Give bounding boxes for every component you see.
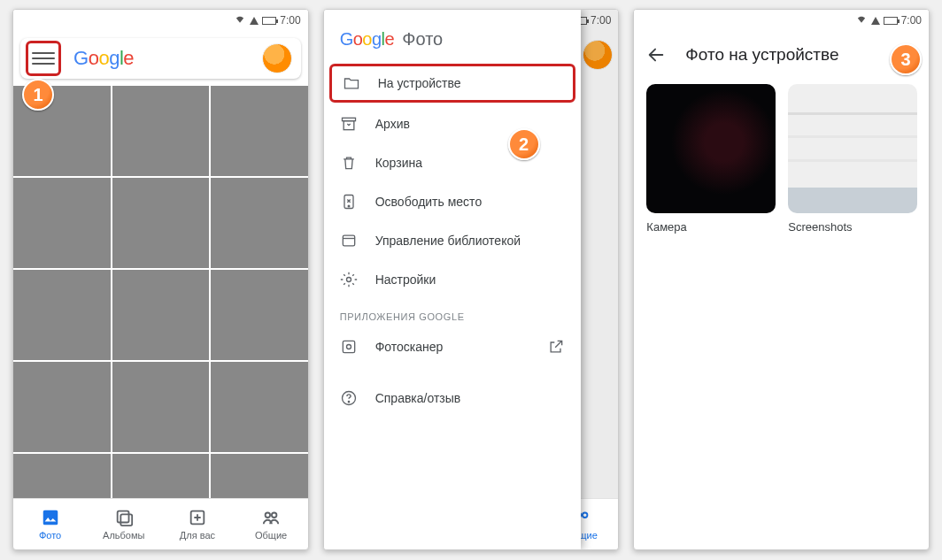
tab-label: Альбомы <box>103 530 144 541</box>
tab-label: Общие <box>255 530 287 541</box>
svg-rect-0 <box>42 510 58 525</box>
drawer-item-photoscan[interactable]: Фотосканер <box>324 327 581 366</box>
svg-point-13 <box>346 278 351 282</box>
photo-thumb[interactable] <box>112 270 210 360</box>
photo-thumb[interactable] <box>112 362 210 452</box>
status-bar: 7:00 <box>634 10 929 31</box>
item-label: Настройки <box>375 272 436 287</box>
folder-thumb <box>788 84 917 213</box>
signal-icon <box>250 17 259 25</box>
tab-label: Фото <box>39 530 61 541</box>
scanner-icon <box>340 338 358 356</box>
folder-icon <box>343 74 360 92</box>
drawer-item-library[interactable]: Управление библиотекой <box>324 221 581 260</box>
svg-rect-12 <box>343 235 354 246</box>
battery-icon <box>884 17 898 25</box>
wifi-icon <box>234 14 246 27</box>
item-label: Архив <box>375 117 410 131</box>
item-label: Управление библиотекой <box>375 234 521 248</box>
photo-thumb[interactable] <box>112 454 210 498</box>
svg-rect-2 <box>120 514 132 525</box>
item-label: Освободить место <box>375 195 483 209</box>
svg-rect-14 <box>343 341 354 352</box>
drawer-item-settings[interactable]: Настройки <box>324 260 581 299</box>
google-logo: Google <box>340 29 399 49</box>
gear-icon <box>340 271 358 288</box>
menu-button[interactable] <box>32 47 55 70</box>
account-avatar[interactable] <box>262 43 292 73</box>
callout-badge-2: 2 <box>508 128 540 160</box>
page-title: Фото на устройстве <box>685 45 838 65</box>
search-bar[interactable]: Google Google <box>20 38 301 79</box>
folder-screenshots[interactable]: Screenshots <box>788 84 917 234</box>
photo-thumb[interactable] <box>13 178 111 268</box>
tab-sharing[interactable]: Общие <box>235 499 308 549</box>
status-time: 7:00 <box>901 14 922 27</box>
folder-thumb <box>646 84 776 213</box>
drawer-item-trash[interactable]: Корзина <box>324 143 581 182</box>
tab-photos[interactable]: Фото <box>13 499 87 549</box>
foryou-icon <box>188 508 207 527</box>
trash-icon <box>340 154 358 172</box>
callout-badge-3: 3 <box>890 43 922 75</box>
photo-thumb[interactable] <box>211 454 308 498</box>
hamburger-highlight <box>26 41 61 76</box>
photo-thumb[interactable] <box>112 178 210 268</box>
item-label: Фотосканер <box>375 340 444 354</box>
status-bar: 7:00 <box>13 10 308 31</box>
drawer-section-label: ПРИЛОЖЕНИЯ GOOGLE <box>324 299 581 327</box>
drawer-header: Google Фото <box>324 15 581 62</box>
panel-1-photos: 7:00 Google Google Фото <box>12 9 309 550</box>
drawer-item-help[interactable]: Справка/отзыв <box>324 379 581 418</box>
photo-thumb[interactable] <box>13 270 111 360</box>
photo-thumb[interactable] <box>211 270 308 360</box>
panel-3-device-folders: 7:00 Фото на устройстве Камера Screensho… <box>633 9 930 550</box>
tab-label: Для вас <box>180 530 215 541</box>
folder-label: Screenshots <box>788 220 917 234</box>
drawer-item-archive[interactable]: Архив <box>324 104 581 143</box>
photo-thumb[interactable] <box>112 86 210 176</box>
photo-thumb[interactable] <box>211 362 308 452</box>
folder-camera[interactable]: Камера <box>646 84 776 234</box>
callout-badge-1: 1 <box>22 79 54 111</box>
item-label: Справка/отзыв <box>375 391 461 405</box>
photo-thumb[interactable] <box>211 86 308 176</box>
photo-thumb[interactable] <box>13 362 111 452</box>
nav-drawer: Google Фото На устройстве Архив Корзина … <box>324 10 581 549</box>
wifi-icon <box>855 14 868 27</box>
drawer-item-on-device[interactable]: На устройстве <box>329 64 575 103</box>
free-space-icon <box>340 193 358 211</box>
library-icon <box>340 232 358 249</box>
svg-point-17 <box>348 402 349 403</box>
photo-thumb[interactable] <box>211 178 308 268</box>
status-time: 7:00 <box>280 14 300 27</box>
bottom-nav: Фото Альбомы Для вас Общие <box>13 498 308 549</box>
photo-icon <box>41 508 60 527</box>
device-photos-header: Фото на устройстве <box>634 31 929 79</box>
svg-point-7 <box>583 513 588 518</box>
svg-point-4 <box>266 513 271 518</box>
sharing-icon <box>261 508 281 527</box>
tab-albums[interactable]: Альбомы <box>87 499 160 549</box>
photo-thumb[interactable] <box>13 454 111 498</box>
device-folder-list: Камера Screenshots <box>634 79 929 239</box>
svg-point-15 <box>346 345 351 349</box>
svg-point-11 <box>348 205 350 207</box>
drawer-item-free-space[interactable]: Освободить место <box>324 182 581 221</box>
item-label: Корзина <box>375 156 422 170</box>
folder-label: Камера <box>646 220 776 234</box>
tab-foryou[interactable]: Для вас <box>160 499 234 549</box>
item-label: На устройстве <box>378 76 461 90</box>
archive-icon <box>340 115 358 133</box>
back-button[interactable] <box>646 45 666 65</box>
photo-grid[interactable] <box>13 86 308 498</box>
brand-suffix: Фото <box>402 29 443 49</box>
panel-2-drawer: 7:00 Общие Google Фото На устройстве <box>323 9 620 550</box>
google-logo: Google <box>73 47 134 70</box>
help-icon <box>340 389 358 407</box>
svg-point-5 <box>272 513 277 518</box>
albums-icon <box>114 508 134 527</box>
signal-icon <box>871 17 880 25</box>
external-icon <box>547 338 565 356</box>
svg-rect-1 <box>117 511 128 523</box>
